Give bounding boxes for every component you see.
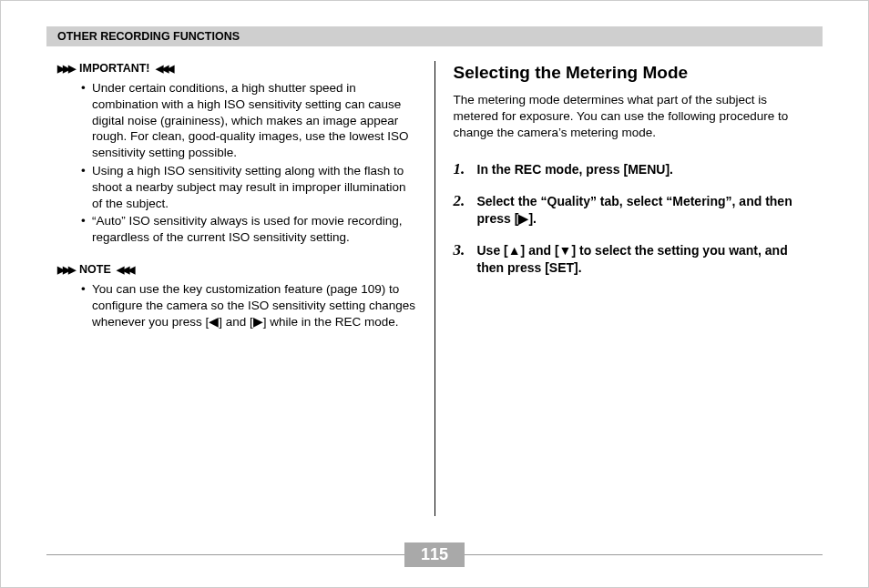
step-item: In the REC mode, press [MENU]. xyxy=(454,161,813,178)
arrows-right-icon: ▶▶▶ xyxy=(57,263,74,277)
important-bullet-list: Under certain conditions, a high shutter… xyxy=(57,80,416,246)
procedure-steps: In the REC mode, press [MENU]. Select th… xyxy=(454,161,813,276)
arrows-right-icon: ▶▶▶ xyxy=(57,62,74,76)
manual-page: OTHER RECORDING FUNCTIONS ▶▶▶ IMPORTANT!… xyxy=(0,0,869,588)
page-footer: 115 xyxy=(46,542,823,567)
section-title: Selecting the Metering Mode xyxy=(454,61,813,85)
left-column: ▶▶▶ IMPORTANT! ◀◀◀ Under certain conditi… xyxy=(46,61,427,516)
step-item: Use [▲] and [▼] to select the setting yo… xyxy=(454,242,813,277)
list-item: Under certain conditions, a high shutter… xyxy=(83,80,416,161)
column-divider xyxy=(434,61,435,516)
list-item: You can use the key customization featur… xyxy=(83,281,416,329)
footer-rule xyxy=(465,554,823,555)
list-item: Using a high ISO sensitivity setting alo… xyxy=(83,163,416,211)
arrows-left-icon: ◀◀◀ xyxy=(117,263,133,277)
list-item: “Auto” ISO sensitivity always is used fo… xyxy=(83,213,416,246)
note-bullet-list: You can use the key customization featur… xyxy=(57,281,416,329)
arrows-left-icon: ◀◀◀ xyxy=(156,62,172,76)
note-callout-label: ▶▶▶ NOTE ◀◀◀ xyxy=(57,262,416,278)
section-intro: The metering mode determines what part o… xyxy=(454,92,813,142)
page-number: 115 xyxy=(404,542,465,567)
important-callout-label: ▶▶▶ IMPORTANT! ◀◀◀ xyxy=(57,61,416,76)
right-column: Selecting the Metering Mode The metering… xyxy=(443,61,823,516)
important-label-text: IMPORTANT! xyxy=(79,61,150,76)
note-label-text: NOTE xyxy=(79,262,111,278)
two-column-layout: ▶▶▶ IMPORTANT! ◀◀◀ Under certain conditi… xyxy=(46,61,823,516)
section-header: OTHER RECORDING FUNCTIONS xyxy=(46,26,823,46)
footer-rule xyxy=(46,554,404,555)
step-item: Select the “Quality” tab, select “Meteri… xyxy=(454,193,813,228)
